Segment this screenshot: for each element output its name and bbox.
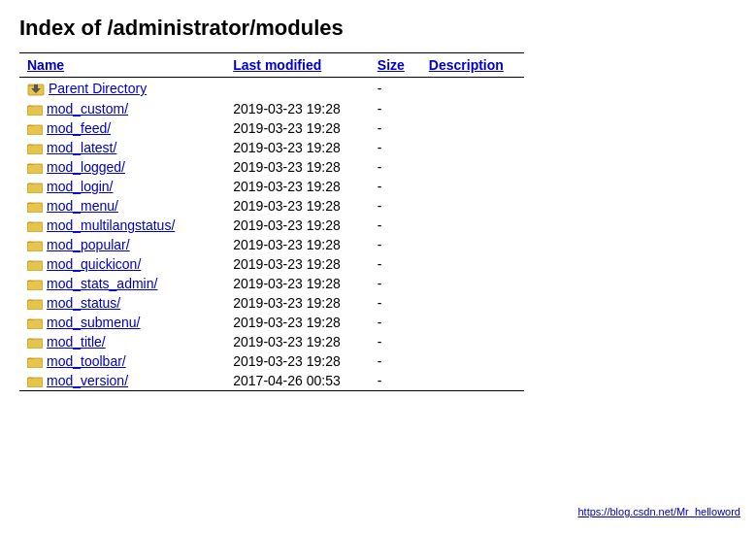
parent-row: Parent Directory - xyxy=(19,78,524,100)
table-row: mod_custom/2019-03-23 19:28- xyxy=(19,99,524,118)
row-name-link[interactable]: mod_popular/ xyxy=(47,237,130,252)
row-size: - xyxy=(370,274,421,293)
row-modified: 2019-03-23 19:28 xyxy=(225,293,370,313)
row-description xyxy=(421,177,524,196)
parent-modified xyxy=(225,78,370,100)
row-modified: 2019-03-23 19:28 xyxy=(225,274,370,293)
row-size: - xyxy=(370,99,421,118)
svg-rect-15 xyxy=(27,358,43,368)
col-size-link[interactable]: Size xyxy=(378,57,405,73)
row-modified: 2019-03-23 19:28 xyxy=(225,351,370,371)
row-name-link[interactable]: mod_custom/ xyxy=(47,101,128,117)
row-name: mod_submenu/ xyxy=(19,313,225,332)
row-size: - xyxy=(370,157,421,177)
row-name: mod_version/ xyxy=(19,371,225,391)
svg-rect-7 xyxy=(27,203,43,213)
table-row: mod_menu/2019-03-23 19:28- xyxy=(19,196,524,216)
folder-icon xyxy=(27,161,43,174)
table-row: mod_logged/2019-03-23 19:28- xyxy=(19,157,524,177)
svg-rect-16 xyxy=(27,378,43,387)
row-name: mod_multilangstatus/ xyxy=(19,216,225,235)
row-name-link[interactable]: mod_title/ xyxy=(47,334,106,350)
table-row: mod_submenu/2019-03-23 19:28- xyxy=(19,313,524,332)
row-name-link[interactable]: mod_status/ xyxy=(47,295,120,311)
col-header-description: Description xyxy=(421,53,524,78)
row-name: mod_feed/ xyxy=(19,118,225,138)
row-size: - xyxy=(370,351,421,371)
folder-icon xyxy=(27,219,43,232)
row-name-link[interactable]: mod_multilangstatus/ xyxy=(47,217,175,233)
table-row: mod_login/2019-03-23 19:28- xyxy=(19,177,524,196)
folder-icon xyxy=(27,181,43,193)
row-name-link[interactable]: mod_toolbar/ xyxy=(47,353,126,369)
row-size: - xyxy=(370,332,421,351)
svg-rect-3 xyxy=(27,125,43,135)
row-modified: 2019-03-23 19:28 xyxy=(225,235,370,254)
parent-size: - xyxy=(370,78,421,100)
row-modified: 2019-03-23 19:28 xyxy=(225,138,370,157)
row-modified: 2019-03-23 19:28 xyxy=(225,254,370,274)
parent-desc xyxy=(421,78,524,100)
table-row: mod_feed/2019-03-23 19:28- xyxy=(19,118,524,138)
row-description xyxy=(421,293,524,313)
row-name: mod_menu/ xyxy=(19,196,225,216)
folder-icon xyxy=(27,297,43,310)
row-name: mod_custom/ xyxy=(19,99,225,118)
row-name: mod_stats_admin/ xyxy=(19,274,225,293)
col-modified-link[interactable]: Last modified xyxy=(233,57,321,73)
col-header-modified: Last modified xyxy=(225,53,370,78)
row-name-link[interactable]: mod_stats_admin/ xyxy=(47,276,157,291)
col-desc-link[interactable]: Description xyxy=(429,57,504,73)
row-modified: 2017-04-26 00:53 xyxy=(225,371,370,391)
folder-icon xyxy=(27,122,43,135)
svg-rect-9 xyxy=(27,242,43,251)
row-size: - xyxy=(370,138,421,157)
row-name: mod_login/ xyxy=(19,177,225,196)
row-description xyxy=(421,235,524,254)
folder-icon xyxy=(27,239,43,251)
row-modified: 2019-03-23 19:28 xyxy=(225,177,370,196)
svg-rect-10 xyxy=(27,261,43,271)
folder-icon xyxy=(27,278,43,290)
row-modified: 2019-03-23 19:28 xyxy=(225,332,370,351)
row-modified: 2019-03-23 19:28 xyxy=(225,216,370,235)
row-size: - xyxy=(370,371,421,391)
svg-rect-4 xyxy=(27,145,43,154)
table-row: mod_multilangstatus/2019-03-23 19:28- xyxy=(19,216,524,235)
svg-rect-12 xyxy=(27,300,43,310)
row-modified: 2019-03-23 19:28 xyxy=(225,196,370,216)
row-name-link[interactable]: mod_submenu/ xyxy=(47,315,141,330)
table-row: mod_popular/2019-03-23 19:28- xyxy=(19,235,524,254)
row-size: - xyxy=(370,216,421,235)
row-name-link[interactable]: mod_logged/ xyxy=(47,159,125,175)
col-name-link[interactable]: Name xyxy=(27,57,64,73)
col-header-size: Size xyxy=(370,53,421,78)
row-description xyxy=(421,157,524,177)
row-size: - xyxy=(370,235,421,254)
folder-icon xyxy=(27,375,43,387)
svg-rect-13 xyxy=(27,319,43,329)
row-description xyxy=(421,138,524,157)
row-description xyxy=(421,313,524,332)
row-description xyxy=(421,371,524,391)
row-modified: 2019-03-23 19:28 xyxy=(225,157,370,177)
row-name-link[interactable]: mod_latest/ xyxy=(47,140,116,155)
row-size: - xyxy=(370,254,421,274)
svg-rect-8 xyxy=(27,222,43,232)
folder-icon xyxy=(27,355,43,368)
parent-directory-link[interactable]: Parent Directory xyxy=(49,81,147,96)
row-name: mod_quickicon/ xyxy=(19,254,225,274)
row-name: mod_status/ xyxy=(19,293,225,313)
row-name-link[interactable]: mod_login/ xyxy=(47,179,114,194)
page-title: Index of /administrator/modules xyxy=(19,16,737,41)
row-name-link[interactable]: mod_version/ xyxy=(47,373,128,388)
row-name-link[interactable]: mod_menu/ xyxy=(47,198,118,214)
row-description xyxy=(421,196,524,216)
row-modified: 2019-03-23 19:28 xyxy=(225,313,370,332)
row-description xyxy=(421,118,524,138)
row-name-link[interactable]: mod_feed/ xyxy=(47,120,111,136)
row-modified: 2019-03-23 19:28 xyxy=(225,99,370,118)
svg-rect-14 xyxy=(27,339,43,349)
row-description xyxy=(421,216,524,235)
row-name-link[interactable]: mod_quickicon/ xyxy=(47,256,141,272)
